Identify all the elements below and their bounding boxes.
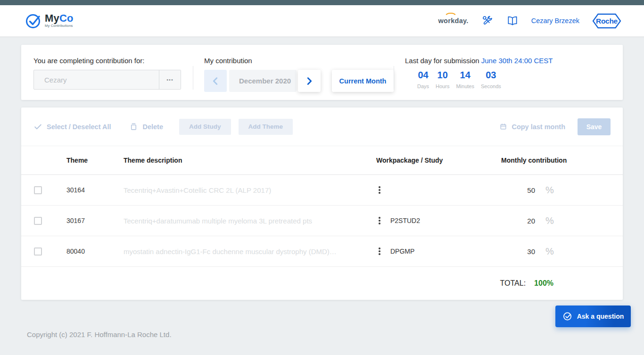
ask-a-question-button[interactable]: Ask a question xyxy=(555,305,631,327)
deadline-date: June 30th 24:00 CEST xyxy=(481,57,553,65)
contribution-value[interactable]: 30 xyxy=(493,248,535,256)
workday-logo[interactable]: workday. xyxy=(438,17,468,25)
percent-sign: % xyxy=(535,185,623,196)
row-menu-button[interactable] xyxy=(375,184,384,196)
table-row: 80040 myostatin adnectin-IgG1-Fc duchenn… xyxy=(21,236,623,267)
svg-text:Roche: Roche xyxy=(596,17,618,25)
total-value: 100% xyxy=(534,279,553,288)
tools-icon[interactable] xyxy=(481,15,494,27)
submission-countdown: 04 Days 10 Hours 14 Minutes 03 Seconds xyxy=(417,70,553,89)
table-row: 30167 Tecentriq+daratumumab multiple mye… xyxy=(21,206,623,236)
theme-description: Tecentriq+Avastin+Cotellic CRC 2L (ALP 2… xyxy=(124,186,375,194)
row-checkbox[interactable] xyxy=(34,186,42,194)
previous-month-button[interactable] xyxy=(204,70,227,92)
add-theme-button[interactable]: Add Theme xyxy=(239,119,293,135)
check-icon xyxy=(33,122,42,131)
kebab-icon xyxy=(379,217,380,219)
countdown-minutes: 14 Minutes xyxy=(456,70,474,89)
contributor-more-button[interactable]: ••• xyxy=(159,70,181,89)
theme-description: Tecentriq+daratumumab multiple myeloma 3… xyxy=(124,217,375,225)
contribution-value[interactable]: 50 xyxy=(493,186,535,194)
theme-description: myostatin adnectin-IgG1-Fc duchenne musc… xyxy=(124,248,375,256)
month-display[interactable]: December 2020 xyxy=(229,70,297,92)
percent-sign: % xyxy=(535,246,623,257)
table-row: 30164 Tecentriq+Avastin+Cotellic CRC 2L … xyxy=(21,175,623,206)
divider xyxy=(193,66,193,90)
study-label: DPGMP xyxy=(390,248,414,255)
app-header: MyCo My Contributions workday. Cezary Br… xyxy=(0,5,644,37)
contributions-table-card: Select / Deselect All Delete Add Study A… xyxy=(21,107,623,300)
calendar-icon xyxy=(499,123,507,131)
chevron-right-icon xyxy=(304,76,314,86)
select-deselect-all-button[interactable]: Select / Deselect All xyxy=(33,122,111,131)
countdown-days: 04 Days xyxy=(417,70,429,89)
table-header-row: Theme Theme description Workpackage / St… xyxy=(21,146,623,175)
divider xyxy=(394,66,394,90)
theme-id: 80040 xyxy=(66,248,124,255)
copy-last-month-button[interactable]: Copy last month xyxy=(499,123,565,131)
kebab-icon xyxy=(379,248,380,249)
countdown-seconds: 03 Seconds xyxy=(481,70,501,89)
myco-check-icon xyxy=(25,12,42,29)
countdown-hours: 10 Hours xyxy=(436,70,449,89)
chevron-left-icon xyxy=(210,76,221,86)
column-header-workpackage: Workpackage / Study xyxy=(375,157,493,164)
total-label: TOTAL: xyxy=(500,279,526,288)
roche-logo[interactable]: Roche xyxy=(592,13,621,29)
contributor-label: You are completing contribution for: xyxy=(33,57,193,65)
current-month-button[interactable]: Current Month xyxy=(332,70,394,92)
next-month-button[interactable] xyxy=(298,70,321,92)
theme-id: 30167 xyxy=(66,217,124,224)
contributor-input[interactable]: Cezary xyxy=(34,70,159,89)
row-menu-button[interactable] xyxy=(375,215,384,226)
top-accent-bar xyxy=(0,0,644,5)
kebab-icon xyxy=(379,186,380,188)
column-header-theme: Theme xyxy=(66,157,124,164)
total-row: TOTAL: 100% xyxy=(21,267,623,300)
row-checkbox[interactable] xyxy=(34,248,42,256)
theme-id: 30164 xyxy=(66,186,124,194)
contributor-field: Cezary ••• xyxy=(33,70,181,90)
copyright-text: Copyright (c) 2021 F. Hoffmann-La Roche … xyxy=(27,330,172,338)
app-title: MyCo xyxy=(45,14,74,23)
guide-book-icon[interactable] xyxy=(506,15,519,27)
contribution-value[interactable]: 20 xyxy=(493,217,535,225)
row-checkbox[interactable] xyxy=(34,217,42,225)
trash-icon xyxy=(129,122,138,131)
contribution-summary-card: You are completing contribution for: Cez… xyxy=(21,45,623,100)
study-label: P2STUD2 xyxy=(390,217,420,224)
my-contribution-label: My contribution xyxy=(204,57,394,65)
app-subtitle: My Contributions xyxy=(45,24,74,28)
deadline-text: Last day for submission June 30th 24:00 … xyxy=(405,57,553,65)
column-header-description: Theme description xyxy=(124,157,375,164)
user-name-link[interactable]: Cezary Brzezek xyxy=(531,17,579,25)
row-menu-button[interactable] xyxy=(375,246,384,257)
table-toolbar: Select / Deselect All Delete Add Study A… xyxy=(21,107,623,146)
add-study-button[interactable]: Add Study xyxy=(179,119,231,135)
delete-button[interactable]: Delete xyxy=(129,122,163,131)
ellipsis-icon: ••• xyxy=(166,77,173,83)
myco-logo[interactable]: MyCo My Contributions xyxy=(25,12,74,29)
percent-sign: % xyxy=(535,215,623,226)
save-button[interactable]: Save xyxy=(578,118,611,135)
column-header-monthly-contribution: Monthly contribution xyxy=(493,157,623,164)
workday-arc-icon xyxy=(444,13,457,18)
circle-check-icon xyxy=(562,311,573,322)
